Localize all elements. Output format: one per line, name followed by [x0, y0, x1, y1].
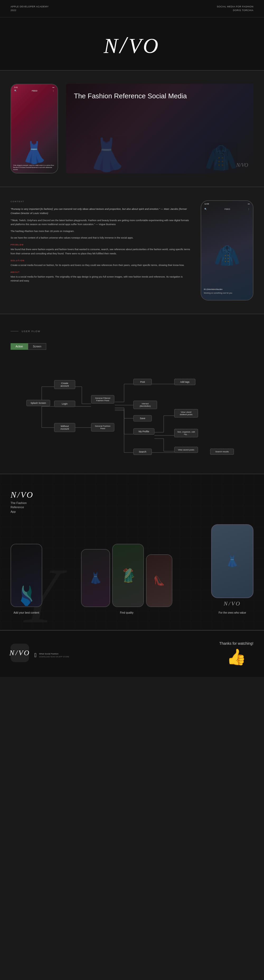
- context-phone-inner: 12:09 ▪▪▪ 🔍FEED⋮ 🧥 IG @doristorchia.dev …: [201, 201, 253, 300]
- hero-text: The Fashion Reference Social Media: [74, 92, 187, 101]
- nivo-watermark-right: N/VO: [224, 600, 241, 607]
- hero-image-area: 👗 🧥 N/VO The Fashion Reference Social Me…: [66, 84, 253, 173]
- about-label: ABOUT: [11, 271, 190, 273]
- flow-tabs: Action Screen: [11, 343, 253, 350]
- footer-left: N/VO  What Social Fashion DOWNLOAD NOW …: [11, 644, 69, 664]
- showcase-group-right: N/VO For the ones who value: [211, 524, 253, 614]
- interact-label: Interact (like/dislike): [136, 402, 154, 407]
- header: APPLE DEVELOPER ACADEMY 2022 SOCIAL MEDI…: [0, 0, 264, 18]
- context-body1: "Tiktok, Twitch, OnlyFans and Discord ar…: [11, 218, 190, 227]
- showcase-phone-right: [211, 524, 253, 598]
- header-left: APPLE DEVELOPER ACADEMY 2022: [11, 5, 49, 13]
- feed2-label: General Fashion Feed: [94, 425, 111, 430]
- phone-feed-bar: 🔍 FEED ⋮: [14, 90, 54, 92]
- feed1-label: General Filtered Fashion Feed: [94, 397, 111, 402]
- post-label: Post: [136, 380, 149, 383]
- store-text: What Social Fashion DOWNLOAD NOW ON APP …: [39, 652, 69, 659]
- save-label: Save: [136, 417, 149, 420]
- apple-icon: : [34, 652, 37, 659]
- footer-store-area:  What Social Fashion DOWNLOAD NOW ON AP…: [34, 652, 69, 659]
- viewliked-label: View Liked/ disliked posts: [177, 411, 195, 416]
- without-label: Without Account: [57, 425, 72, 430]
- searchresults-label: Search results: [213, 450, 231, 453]
- context-text-area: CONTEXT "Runway is very important [to fa…: [11, 200, 190, 301]
- showcase-group-middle: 👗 🥻 👠 Find quality: [81, 544, 173, 614]
- caption-1: Add your best content: [13, 611, 39, 614]
- context-phone-time: 12:09: [204, 203, 209, 205]
- footer-logo: N/VO: [10, 649, 30, 657]
- showcase-tagline: The FashionReferenceApp: [11, 501, 253, 514]
- footer-section: N/VO  What Social Fashion DOWNLOAD NOW …: [0, 630, 264, 677]
- flow-node-viewliked: View Liked/ disliked posts: [174, 409, 198, 417]
- search-label: Search: [136, 450, 149, 453]
- addtags-label: Add tags: [177, 380, 192, 383]
- organize-label: See, organize, edit my...: [177, 431, 195, 436]
- flow-node-login: Login: [54, 401, 75, 407]
- flow-lines-svg: [11, 358, 253, 458]
- showcase-phone-3: 🥻: [112, 544, 144, 607]
- context-quote: "Runway is very important [to fashion]: …: [11, 207, 190, 215]
- flow-node-profile: My Profile: [133, 428, 154, 435]
- category-label: SOCIAL MEDIA FOR FASHION: [217, 5, 253, 8]
- showcase-group-left: 🩱 Add your best content: [11, 544, 42, 614]
- main-logo: N/VO: [104, 33, 160, 57]
- showcase-phones-row: 🩱 Add your best content 👗 🥻: [11, 524, 253, 614]
- login-label: Login: [57, 402, 72, 405]
- footer-thanks-text: Thanks for watching!: [219, 641, 253, 646]
- phone-status-bar: 9:41 ▪▪▪: [14, 86, 54, 88]
- context-body3: So we have the content of a fashion univ…: [11, 236, 190, 240]
- flow-node-search: Search: [133, 449, 152, 455]
- flow-node-interact: Interact (like/dislike): [133, 401, 157, 409]
- footer-emoji: 👍: [219, 648, 253, 667]
- flow-node-addtags: Add tags: [174, 379, 195, 385]
- flow-node-post: Post: [133, 379, 152, 385]
- context-phone-status: 12:09 ▪▪▪: [201, 201, 253, 207]
- userflow-header: USER FLOW: [11, 330, 253, 332]
- caption-3: For the ones who value: [219, 611, 246, 614]
- solution-label: SOLUTION: [11, 259, 190, 262]
- flow-node-feed1: General Filtered Fashion Feed: [91, 395, 114, 404]
- context-section: CONTEXT "Runway is very important [to fa…: [0, 187, 264, 313]
- hero-section: 9:41 ▪▪▪ 🔍 FEED ⋮ 👗 Only elegant pressed…: [0, 71, 264, 187]
- context-phone-mockup: 12:09 ▪▪▪ 🔍FEED⋮ 🧥 IG @doristorchia.dev …: [201, 200, 253, 301]
- showcase-phone-2: 👗: [81, 549, 110, 607]
- footer-thanks-area: Thanks for watching! 👍: [219, 641, 253, 667]
- showcase-logo: N/VO: [11, 490, 253, 500]
- store-download: DOWNLOAD NOW ON APP STORE: [39, 655, 69, 659]
- userflow-label: USER FLOW: [22, 330, 41, 332]
- flow-diagram: Splash Screen Create account Login Witho…: [11, 358, 253, 458]
- caption-2: Find quality: [120, 611, 133, 614]
- logo-section: N/VO: [0, 18, 264, 70]
- problem-text: We found that there were fashion experts…: [11, 248, 190, 256]
- context-phone-icons: ▪▪▪: [248, 203, 250, 205]
- search-icon: 🔍: [14, 90, 17, 92]
- tab-screen[interactable]: Screen: [28, 343, 46, 350]
- tab-action[interactable]: Action: [11, 343, 28, 350]
- flow-node-viewsaved: View saved posts: [174, 447, 198, 453]
- create-label: Create account: [57, 382, 72, 387]
- flow-node-create: Create account: [54, 380, 75, 389]
- showcase-section: N/VO The FashionReferenceApp Y 🩱 Add you…: [0, 474, 264, 630]
- menu-icon: ⋮: [52, 90, 54, 92]
- footer-logo-box: N/VO: [11, 644, 29, 662]
- about-text: Nivo is a social media for fashion exper…: [11, 275, 190, 283]
- problem-label: PROBLEM: [11, 243, 190, 246]
- phone-icons: ▪▪▪: [53, 86, 54, 88]
- year-label: 2022: [11, 8, 49, 12]
- flow-node-feed2: General Fashion Feed: [91, 423, 114, 431]
- showcase-phone-4: 👠: [146, 554, 173, 607]
- flow-node-splash: Splash Screen: [26, 400, 50, 406]
- flow-node-without: Without Account: [54, 423, 75, 432]
- header-right: SOCIAL MEDIA FOR FASHION DORIS TORCHIA: [217, 5, 253, 13]
- author-label: DORIS TORCHIA: [217, 8, 253, 12]
- viewsaved-label: View saved posts: [177, 449, 195, 451]
- phone-time: 9:41: [14, 86, 18, 88]
- showcase-phone-1: 🩱: [11, 544, 42, 607]
- solution-text: Create a social media focused on fashion…: [11, 263, 190, 267]
- userflow-section: USER FLOW Action Screen: [0, 314, 264, 474]
- feed-tab: FEED: [32, 90, 37, 92]
- flow-node-searchresults: Search results: [210, 449, 234, 455]
- academy-label: APPLE DEVELOPER ACADEMY: [11, 5, 49, 8]
- context-body2: The hashtag #fashion has more than 1B po…: [11, 229, 190, 233]
- hero-tagline: The Fashion Reference Social Media: [74, 92, 187, 101]
